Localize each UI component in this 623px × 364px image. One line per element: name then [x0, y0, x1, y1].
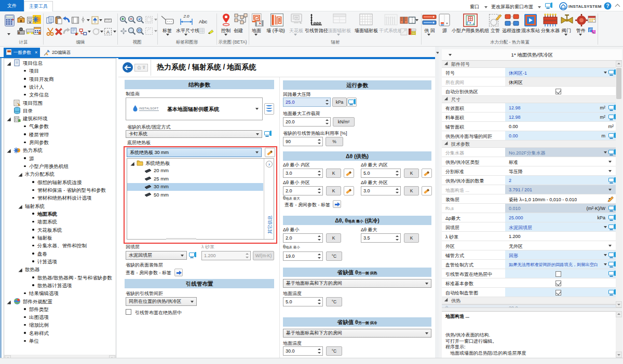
svg-text:?: ? [606, 3, 609, 9]
svg-text:2.0: 2.0 [183, 14, 189, 19]
svg-text:A: A [106, 30, 110, 35]
